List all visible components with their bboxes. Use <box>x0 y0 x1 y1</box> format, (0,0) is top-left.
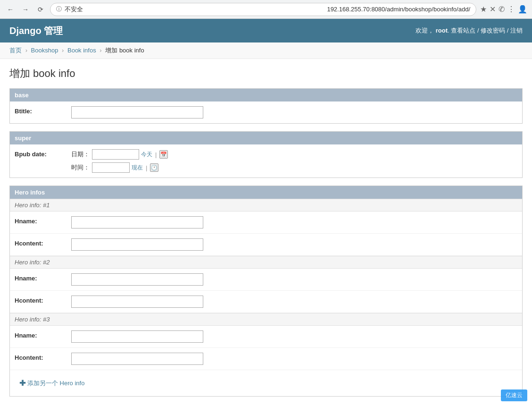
date-sub-label: 日期： <box>71 150 90 159</box>
hero-item-1-header: Hero info: #1 <box>10 199 522 211</box>
hero3-hcontent-row: Hcontent: <box>10 348 522 370</box>
breadcrumb-current: 增加 book info <box>105 47 144 54</box>
add-another-link[interactable]: ✚ 添加另一个 Hero info <box>15 374 89 392</box>
username: root <box>436 27 448 34</box>
watermark: 亿速云 <box>501 389 527 401</box>
hero2-hcontent-label: Hcontent: <box>15 296 71 304</box>
add-icon: ✚ <box>19 379 25 388</box>
hero2-hname-row: Hname: <box>10 269 522 291</box>
clock-icon[interactable]: 🕐 <box>150 163 158 172</box>
view-site-link[interactable]: 查看站点 <box>451 27 475 34</box>
hero3-hcontent-label: Hcontent: <box>15 353 71 361</box>
hero1-hcontent-row: Hcontent: <box>10 234 522 256</box>
hero3-hname-row: Hname: <box>10 326 522 348</box>
back-button[interactable]: ← <box>5 4 16 15</box>
add-another-label: 添加另一个 Hero info <box>27 379 84 388</box>
forward-button[interactable]: → <box>20 4 31 15</box>
super-section-body: Bpub date: 日期： 今天 | 📅 时间： <box>10 144 522 178</box>
phone-icon[interactable]: ✆ <box>499 5 505 14</box>
date-sep: | <box>155 151 157 158</box>
reload-button[interactable]: ⟳ <box>35 4 46 15</box>
base-section-body: Btitle: <box>10 102 522 123</box>
calendar-icon[interactable]: 📅 <box>159 150 168 159</box>
bpub-date-label: Bpub date: <box>15 149 71 158</box>
profile-icon[interactable]: 👤 <box>518 5 527 14</box>
django-header: Django 管理 欢迎， root. 查看站点 / 修改密码 / 注销 <box>0 19 532 42</box>
browser-chrome: ← → ⟳ ⓘ 不安全 192.168.255.70:8080/admin/bo… <box>0 0 532 19</box>
hero2-hname-field <box>71 273 517 286</box>
hero3-hname-input[interactable] <box>71 330 203 343</box>
hero1-hcontent-input[interactable] <box>71 238 203 251</box>
logout-link[interactable]: 注销 <box>510 27 523 34</box>
hero-infos-section: Hero infos Hero info: #1 Hname: Hcontent… <box>9 186 523 397</box>
breadcrumb-bookinfos[interactable]: Book infos <box>67 47 96 54</box>
main-content: 增加 book info base Btitle: super Bpub dat… <box>0 59 532 406</box>
hero3-hcontent-input[interactable] <box>71 353 203 365</box>
hero-infos-header: Hero infos <box>10 186 522 199</box>
hero1-hcontent-label: Hcontent: <box>15 238 71 247</box>
page-title: 增加 book info <box>9 67 523 81</box>
hero2-hcontent-field <box>71 296 517 308</box>
time-input[interactable] <box>92 162 130 173</box>
hero1-hname-input[interactable] <box>71 216 203 228</box>
lock-icon: ⓘ <box>56 5 62 13</box>
hero2-hcontent-input[interactable] <box>71 296 203 308</box>
hero1-hcontent-field <box>71 238 517 251</box>
address-url: 192.168.255.70:8080/admin/bookshop/booki… <box>327 6 470 13</box>
bpub-date-field: 日期： 今天 | 📅 时间： 现在 | 🕐 <box>71 149 517 173</box>
extensions-icon[interactable]: ✕ <box>490 5 496 14</box>
hero1-hname-label: Hname: <box>15 216 71 225</box>
hero-item-3-header: Hero info: #3 <box>10 313 522 326</box>
bpub-date-row: Bpub date: 日期： 今天 | 📅 时间： <box>10 144 522 178</box>
hero2-hname-label: Hname: <box>15 273 71 282</box>
now-link[interactable]: 现在 <box>132 164 143 172</box>
address-bar[interactable]: ⓘ 不安全 192.168.255.70:8080/admin/bookshop… <box>50 3 476 16</box>
hero-item-2-header: Hero info: #2 <box>10 256 522 269</box>
date-input[interactable] <box>92 149 139 160</box>
sep2: / <box>507 27 510 34</box>
super-section-header: super <box>10 132 522 144</box>
breadcrumb-home[interactable]: 首页 <box>9 47 22 54</box>
time-sub-label: 时间： <box>71 163 90 172</box>
btitle-row: Btitle: <box>10 102 522 123</box>
btitle-input[interactable] <box>71 106 203 118</box>
browser-actions: ★ ✕ ✆ ⋮ 👤 <box>480 5 527 14</box>
bookmark-icon[interactable]: ★ <box>480 5 487 14</box>
change-password-link[interactable]: 修改密码 <box>481 27 505 34</box>
breadcrumb-bookshop[interactable]: Bookshop <box>31 47 58 54</box>
hero1-hname-row: Hname: <box>10 211 522 234</box>
user-info: 欢迎， root. 查看站点 / 修改密码 / 注销 <box>416 26 523 35</box>
today-link[interactable]: 今天 <box>141 151 152 159</box>
sep: › <box>62 47 66 54</box>
hero1-hname-field <box>71 216 517 228</box>
btitle-label: Btitle: <box>15 106 71 115</box>
time-row: 时间： 现在 | 🕐 <box>71 162 168 173</box>
sep: › <box>25 47 29 54</box>
breadcrumb: 首页 › Bookshop › Book infos › 增加 book inf… <box>0 42 532 59</box>
datetime-wrapper: 日期： 今天 | 📅 时间： 现在 | 🕐 <box>71 149 168 173</box>
base-section-header: base <box>10 89 522 102</box>
address-text: 不安全 <box>65 5 324 14</box>
super-section: super Bpub date: 日期： 今天 | 📅 时间： <box>9 131 523 178</box>
welcome-text: 欢迎， <box>416 27 434 34</box>
grid-icon[interactable]: ⋮ <box>507 5 515 14</box>
base-section: base Btitle: <box>9 88 523 124</box>
date-row: 日期： 今天 | 📅 <box>71 149 168 160</box>
btitle-field <box>71 106 517 118</box>
add-another-wrapper: ✚ 添加另一个 Hero info <box>10 370 522 396</box>
time-sep: | <box>146 164 147 171</box>
sep: › <box>100 47 103 54</box>
hero3-hname-label: Hname: <box>15 330 71 339</box>
hero3-hname-field <box>71 330 517 343</box>
hero3-hcontent-field <box>71 353 517 365</box>
hero2-hcontent-row: Hcontent: <box>10 291 522 313</box>
hero2-hname-input[interactable] <box>71 273 203 286</box>
django-title: Django 管理 <box>9 25 63 37</box>
